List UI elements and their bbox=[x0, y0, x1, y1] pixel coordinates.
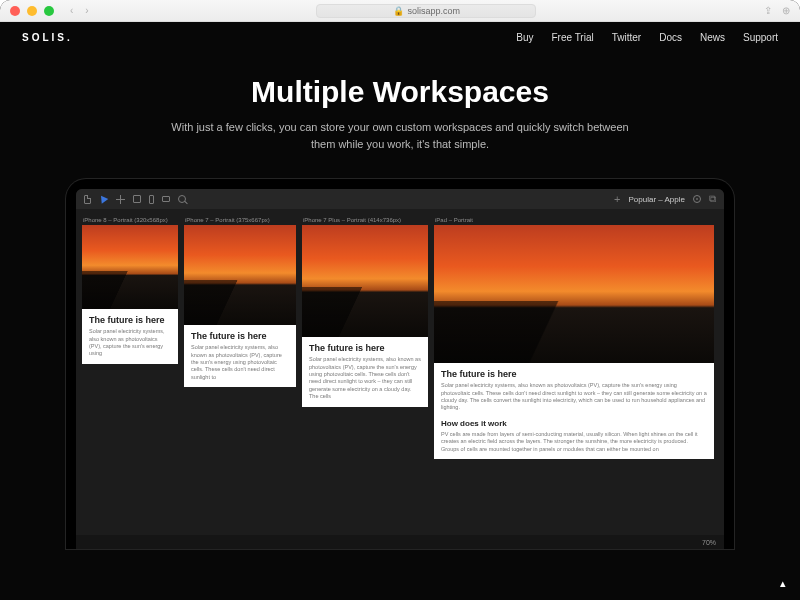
desktop-icon[interactable] bbox=[133, 195, 141, 203]
app-footer: 70% bbox=[76, 535, 724, 549]
settings-icon[interactable] bbox=[693, 195, 701, 203]
card-heading: The future is here bbox=[191, 331, 289, 341]
workspace-preset-label: Popular – Apple bbox=[629, 195, 686, 204]
scroll-to-top-icon[interactable]: ▴ bbox=[780, 577, 786, 590]
card-body: Solar panel electricity systems, also kn… bbox=[89, 328, 171, 358]
share-icon[interactable]: ⇪ bbox=[764, 5, 772, 16]
site-logo[interactable]: SOLIS. bbox=[22, 32, 73, 43]
minimize-window-icon[interactable] bbox=[27, 6, 37, 16]
address-bar[interactable]: 🔒 solisapp.com bbox=[316, 4, 536, 18]
add-panel-icon[interactable]: + bbox=[614, 194, 620, 205]
device-panel-content: The future is hereSolar panel electricit… bbox=[434, 363, 714, 459]
device-panel-hero-image bbox=[434, 225, 714, 363]
device-panel-content: The future is hereSolar panel electricit… bbox=[184, 325, 296, 387]
zoom-level[interactable]: 70% bbox=[702, 539, 716, 546]
device-panel-label: iPhone 8 – Portrait (320x568px) bbox=[82, 215, 178, 225]
device-panel-content: The future is hereSolar panel electricit… bbox=[302, 337, 428, 407]
site-page: SOLIS. Buy Free Trial Twitter Docs News … bbox=[0, 22, 800, 600]
device-panel: iPhone 7 – Portrait (375x667px)The futur… bbox=[184, 215, 296, 387]
nav-link-buy[interactable]: Buy bbox=[516, 32, 533, 43]
card-body-2: PV cells are made from layers of semi-co… bbox=[441, 431, 707, 453]
nav-link-docs[interactable]: Docs bbox=[659, 32, 682, 43]
address-text: solisapp.com bbox=[408, 6, 461, 16]
card-heading: The future is here bbox=[89, 315, 171, 325]
workspace-preset[interactable]: Popular – Apple bbox=[629, 195, 686, 204]
device-panel-hero-image bbox=[184, 225, 296, 325]
device-panel: iPhone 8 – Portrait (320x568px)The futur… bbox=[82, 215, 178, 364]
search-icon[interactable] bbox=[178, 195, 186, 203]
back-icon[interactable]: ‹ bbox=[70, 5, 73, 16]
card-body: Solar panel electricity systems, also kn… bbox=[441, 382, 707, 412]
nav-link-support[interactable]: Support bbox=[743, 32, 778, 43]
page-icon[interactable] bbox=[84, 195, 91, 204]
device-panel-content: The future is hereSolar panel electricit… bbox=[82, 309, 178, 364]
device-panel-label: iPhone 7 Plus – Portrait (414x736px) bbox=[302, 215, 428, 225]
browser-right-controls: ⇪ ⊕ bbox=[764, 5, 790, 16]
nav-link-news[interactable]: News bbox=[700, 32, 725, 43]
phone-icon[interactable] bbox=[149, 195, 154, 204]
browser-nav-buttons: ‹ › bbox=[70, 5, 89, 16]
app-toolbar-right: + Popular – Apple ⧉ bbox=[614, 193, 716, 205]
window-traffic-lights[interactable] bbox=[10, 6, 54, 16]
device-panels: iPhone 8 – Portrait (320x568px)The futur… bbox=[76, 209, 724, 535]
device-panel-hero-image bbox=[82, 225, 178, 309]
laptop-mock: + Popular – Apple ⧉ iPhone 8 – Portrait … bbox=[66, 179, 734, 549]
device-panel-hero-image bbox=[302, 225, 428, 337]
card-heading-2: How does it work bbox=[441, 419, 707, 428]
hero-title: Multiple Workspaces bbox=[40, 75, 760, 109]
browser-window: ‹ › 🔒 solisapp.com ⇪ ⊕ SOLIS. Buy Free T… bbox=[0, 0, 800, 600]
nav-link-twitter[interactable]: Twitter bbox=[612, 32, 641, 43]
address-bar-wrap: 🔒 solisapp.com bbox=[95, 4, 758, 18]
site-nav-links: Buy Free Trial Twitter Docs News Support bbox=[516, 32, 778, 43]
nav-link-freetrial[interactable]: Free Trial bbox=[551, 32, 593, 43]
lock-icon: 🔒 bbox=[393, 6, 404, 16]
device-panel: iPad – PortraitThe future is hereSolar p… bbox=[434, 215, 714, 459]
app-toolbar: + Popular – Apple ⧉ bbox=[76, 189, 724, 209]
hero-subtitle: With just a few clicks, you can store yo… bbox=[170, 119, 630, 153]
site-nav: SOLIS. Buy Free Trial Twitter Docs News … bbox=[0, 22, 800, 47]
card-heading: The future is here bbox=[309, 343, 421, 353]
card-body: Solar panel electricity systems, also kn… bbox=[309, 356, 421, 401]
hero: Multiple Workspaces With just a few clic… bbox=[0, 47, 800, 161]
card-body: Solar panel electricity systems, also kn… bbox=[191, 344, 289, 381]
device-panel-label: iPad – Portrait bbox=[434, 215, 714, 225]
panels-toggle-icon[interactable]: ⧉ bbox=[709, 193, 716, 205]
device-panel: iPhone 7 Plus – Portrait (414x736px)The … bbox=[302, 215, 428, 407]
card-heading: The future is here bbox=[441, 369, 707, 379]
forward-icon[interactable]: › bbox=[85, 5, 88, 16]
app-window: + Popular – Apple ⧉ iPhone 8 – Portrait … bbox=[76, 189, 724, 549]
tablet-icon[interactable] bbox=[162, 196, 170, 202]
pointer-icon[interactable] bbox=[99, 195, 108, 204]
browser-chrome: ‹ › 🔒 solisapp.com ⇪ ⊕ bbox=[0, 0, 800, 22]
new-tab-icon[interactable]: ⊕ bbox=[782, 5, 790, 16]
crosshair-icon[interactable] bbox=[116, 195, 125, 204]
app-toolbar-left bbox=[84, 195, 186, 204]
device-panel-label: iPhone 7 – Portrait (375x667px) bbox=[184, 215, 296, 225]
close-window-icon[interactable] bbox=[10, 6, 20, 16]
fullscreen-window-icon[interactable] bbox=[44, 6, 54, 16]
